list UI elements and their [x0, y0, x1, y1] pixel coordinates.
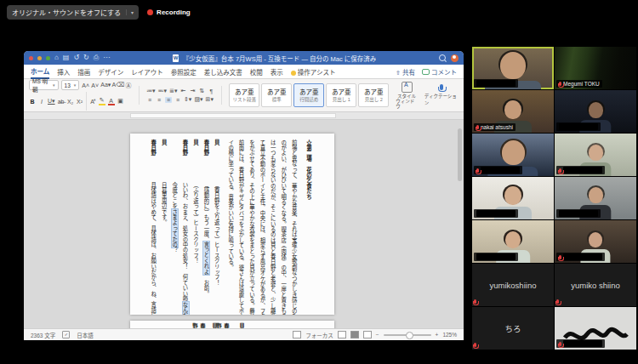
- original-sound-toggle-button[interactable]: オリジナル・サウンドをオフにする ▾: [7, 5, 139, 20]
- more-commands-icon[interactable]: ⋯: [103, 51, 110, 65]
- participant-tile[interactable]: nakai atsushi: [472, 90, 554, 133]
- account-icon[interactable]: [451, 54, 459, 62]
- font-size-select[interactable]: 13 ▾: [61, 80, 80, 90]
- participant-name-label: [474, 166, 522, 174]
- participant-tile[interactable]: [472, 134, 554, 176]
- participant-tile[interactable]: yumiko shiino: [555, 264, 636, 306]
- undo-icon[interactable]: ↺: [73, 51, 79, 65]
- language-status[interactable]: 日本語: [77, 331, 94, 339]
- search-icon[interactable]: [439, 54, 446, 61]
- document-canvas[interactable]: ☆第二場 花の乞食たち前場と異なって、華やかな音楽、それは宝塚少女歌劇なつかしき…: [24, 120, 464, 328]
- underline-button[interactable]: U▾: [48, 98, 55, 105]
- chevron-down-icon[interactable]: ▾: [126, 9, 134, 15]
- participant-tile[interactable]: [555, 220, 636, 263]
- change-case-icon[interactable]: Aa▾: [100, 82, 109, 88]
- show-marks-button[interactable]: ¶: [208, 88, 214, 94]
- participant-tile[interactable]: [472, 177, 554, 219]
- shading-button[interactable]: ▨▾: [194, 96, 202, 103]
- sort-button[interactable]: ⇅: [198, 88, 205, 94]
- borders-button[interactable]: ⊞▾: [206, 96, 214, 103]
- style-item-標準[interactable]: あア亜標準: [261, 83, 292, 107]
- participant-tile[interactable]: [555, 90, 636, 133]
- zoom-slider[interactable]: [384, 334, 431, 336]
- word-titlebar[interactable]: ⌂ ▤ ↺ ↻ ⎙ ⋯ 『少女仮面』台本 7月WS用 - 互換モード — 自分の…: [24, 51, 464, 65]
- zoom-percentage[interactable]: 125%: [442, 332, 457, 338]
- zoom-in-button[interactable]: +: [436, 332, 439, 338]
- participant-tile[interactable]: [472, 220, 554, 263]
- participant-tile[interactable]: [555, 307, 636, 350]
- italic-button[interactable]: I: [38, 99, 45, 105]
- tab-挿入[interactable]: 挿入: [57, 65, 70, 78]
- share-button[interactable]: ⇧ 共有: [396, 67, 415, 77]
- shrink-font-icon[interactable]: A˅: [91, 82, 98, 88]
- tab-デザイン[interactable]: デザイン: [98, 65, 123, 78]
- character-shading-icon[interactable]: ▣: [117, 98, 124, 105]
- mic-muted-icon: [559, 168, 561, 173]
- style-item-行間詰め[interactable]: あア亜行間詰め: [293, 83, 324, 107]
- participant-tile[interactable]: [472, 47, 554, 89]
- tab-レイアウト[interactable]: レイアウト: [131, 65, 163, 78]
- dictation-button[interactable]: ディクテーション: [424, 84, 459, 106]
- speaker-name: 貝: [158, 139, 168, 182]
- face-shape: [589, 102, 603, 118]
- align-justify-button[interactable]: ≡: [165, 97, 172, 103]
- close-window-button[interactable]: [29, 56, 33, 60]
- participant-tile[interactable]: yumikoshiino: [472, 264, 554, 306]
- tab-操作アシスト[interactable]: 操作アシスト: [291, 65, 336, 78]
- decrease-indent-button[interactable]: ⇤: [179, 88, 186, 94]
- participant-tile[interactable]: [555, 134, 636, 176]
- print-icon[interactable]: ⎙: [94, 51, 99, 65]
- home-icon[interactable]: ⌂: [54, 51, 59, 65]
- strikethrough-button[interactable]: a̶b̶: [58, 99, 65, 105]
- proofing-status-icon[interactable]: ✓: [62, 331, 70, 338]
- dialogue-column: 今度どこをさまよってたの？: [169, 139, 179, 309]
- zoom-window-button[interactable]: [46, 56, 50, 60]
- superscript-button[interactable]: X²: [77, 99, 83, 105]
- zoom-out-button[interactable]: −: [376, 332, 379, 338]
- font-color-button[interactable]: A: [108, 98, 115, 105]
- bullets-button[interactable]: ≔▾: [146, 88, 156, 94]
- style-item-見出し 2[interactable]: あア亜見出し 2: [358, 83, 389, 107]
- read-view-icon[interactable]: [338, 331, 346, 338]
- bold-button[interactable]: B: [29, 99, 36, 105]
- text-effects-icon[interactable]: A⃰: [89, 99, 96, 105]
- tab-校閲[interactable]: 校閲: [250, 65, 263, 78]
- highlight-color-button[interactable]: ✎: [99, 97, 105, 105]
- web-layout-view-icon[interactable]: [363, 331, 372, 338]
- numbering-button[interactable]: ≕▾: [158, 88, 168, 94]
- multilevel-list-button[interactable]: ≣▾: [169, 88, 177, 94]
- dialogue-column: 貝（春日野をふり返って）ヒースクリッフ！: [211, 139, 221, 309]
- clear-formatting-icon[interactable]: A⌫: [112, 82, 122, 88]
- enclose-character-icon[interactable]: Ⓐ: [125, 81, 132, 89]
- document-page-2[interactable]: 貝春日野貝春日野: [130, 321, 334, 328]
- participant-tile[interactable]: ちろ: [472, 307, 554, 350]
- zoom-slider-knob[interactable]: [406, 332, 413, 339]
- style-item-リスト段落[interactable]: あア亜リスト段落: [229, 83, 259, 107]
- tab-描画[interactable]: 描画: [77, 65, 90, 78]
- increase-indent-button[interactable]: ⇥: [189, 88, 196, 94]
- redo-icon[interactable]: ↻: [83, 51, 89, 65]
- comments-button[interactable]: コメント: [422, 67, 457, 77]
- tab-表示[interactable]: 表示: [271, 65, 283, 78]
- document-page-1[interactable]: ☆第二場 花の乞食たち前場と異なって、華やかな音楽、それは宝塚少女歌劇なつかしき…: [130, 134, 334, 315]
- focus-mode-icon[interactable]: [293, 331, 301, 338]
- horizontal-ruler[interactable]: [24, 112, 464, 120]
- tab-差し込み文書[interactable]: 差し込み文書: [204, 65, 242, 78]
- grow-font-icon[interactable]: A˄: [82, 82, 88, 88]
- line-spacing-button[interactable]: ⇕▾: [184, 96, 191, 103]
- style-window-button[interactable]: スタイル ウィンドウ: [396, 82, 417, 109]
- distribute-button[interactable]: ≡: [174, 97, 181, 103]
- minimize-window-button[interactable]: [37, 56, 42, 60]
- word-count[interactable]: 2363 文字: [31, 331, 55, 339]
- subscript-button[interactable]: X₂: [67, 99, 74, 105]
- style-item-見出し 1[interactable]: あア亜見出し 1: [326, 83, 356, 107]
- tab-参照設定[interactable]: 参照設定: [171, 65, 197, 78]
- participant-tile[interactable]: [555, 177, 636, 219]
- font-name-select[interactable]: MS 明朝 ▾: [29, 80, 59, 90]
- align-center-button[interactable]: ≡: [156, 97, 162, 103]
- align-left-button[interactable]: ≡: [146, 97, 153, 103]
- save-icon[interactable]: ▤: [63, 51, 70, 65]
- vertical-scrollbar[interactable]: [458, 128, 462, 181]
- participant-tile[interactable]: Megumi TOKU: [555, 47, 636, 89]
- print-layout-view-icon[interactable]: [350, 331, 359, 338]
